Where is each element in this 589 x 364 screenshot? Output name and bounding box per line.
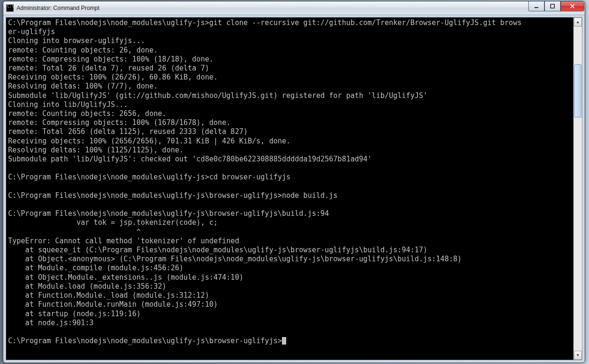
minimize-button[interactable] — [528, 1, 544, 11]
command-prompt-window: C:\ Administrator: Command Prompt C:\Pro… — [3, 1, 585, 363]
cursor — [282, 337, 286, 345]
close-button[interactable] — [561, 1, 584, 11]
client-area: C:\Program Files\nodejs\node_modules\ugl… — [6, 17, 582, 360]
svg-rect-0 — [535, 7, 538, 8]
maximize-icon — [550, 4, 555, 9]
window-title: Administrator: Command Prompt — [17, 5, 100, 11]
scroll-down-button[interactable]: ▼ — [574, 351, 582, 360]
close-icon — [570, 4, 575, 9]
minimize-icon — [534, 4, 539, 9]
cmd-icon: C:\ — [6, 4, 14, 12]
scroll-thumb[interactable] — [574, 64, 581, 117]
window-controls — [528, 1, 585, 11]
scroll-track[interactable] — [574, 27, 582, 351]
svg-rect-1 — [551, 4, 554, 8]
titlebar[interactable]: C:\ Administrator: Command Prompt — [3, 1, 585, 15]
maximize-button[interactable] — [544, 1, 561, 11]
vertical-scrollbar[interactable]: ▲ ▼ — [573, 18, 582, 360]
scroll-up-button[interactable]: ▲ — [574, 18, 582, 27]
terminal-output[interactable]: C:\Program Files\nodejs\node_modules\ugl… — [6, 18, 573, 360]
